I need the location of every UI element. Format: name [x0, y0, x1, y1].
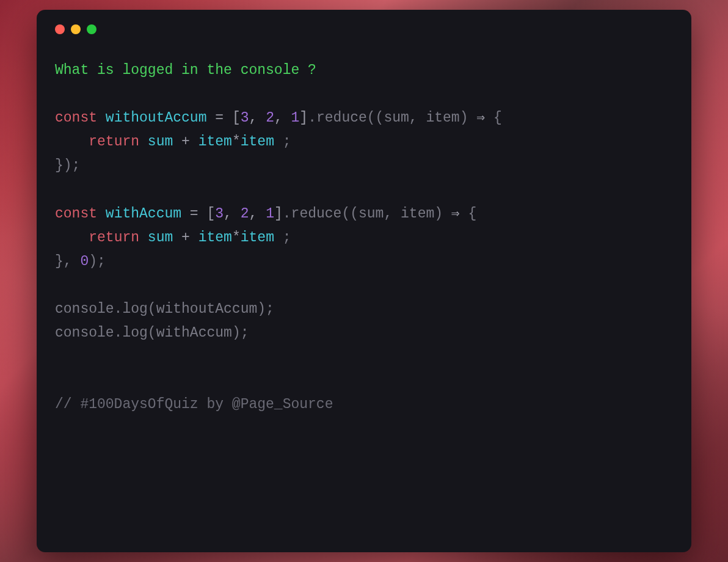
keyword-const: const [55, 206, 97, 222]
console-log: console.log( [55, 301, 156, 317]
arrow-icon: ⇒ [476, 110, 485, 126]
console-log: console.log( [55, 325, 156, 341]
question-text: What is logged in the console ? [55, 62, 316, 78]
keyword-return: return [89, 134, 139, 150]
variable-name: withoutAccum [106, 110, 207, 126]
close-icon[interactable] [55, 24, 65, 34]
maximize-icon[interactable] [87, 24, 96, 34]
code-content: What is logged in the console ? const wi… [55, 59, 673, 417]
variable-name: withAccum [106, 206, 181, 222]
minimize-icon[interactable] [71, 24, 81, 34]
method-reduce: reduce [316, 110, 367, 126]
arrow-icon: ⇒ [451, 206, 460, 222]
traffic-lights [55, 24, 673, 34]
terminal-window: What is logged in the console ? const wi… [37, 10, 691, 552]
keyword-const: const [55, 110, 97, 126]
keyword-return: return [89, 230, 139, 246]
comment-footer: // #100DaysOfQuiz by @Page_Source [55, 396, 333, 412]
method-reduce: reduce [291, 206, 342, 222]
